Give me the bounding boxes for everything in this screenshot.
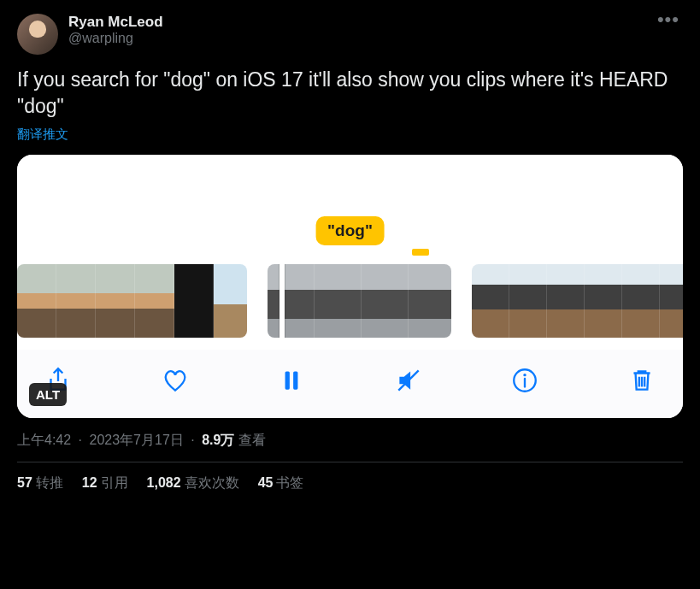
timeline-frame xyxy=(547,264,585,338)
stat-label: 书签 xyxy=(276,475,303,490)
timeline-frame xyxy=(96,264,135,338)
timeline-frame xyxy=(315,264,362,338)
timeline-frame xyxy=(135,264,174,338)
timeline-frame xyxy=(660,264,683,338)
quotes-stat[interactable]: 12引用 xyxy=(82,474,128,492)
like-button[interactable] xyxy=(158,363,192,398)
trash-icon xyxy=(627,366,656,395)
svg-point-4 xyxy=(524,374,526,376)
trash-button[interactable] xyxy=(625,363,659,398)
more-button[interactable]: ••• xyxy=(654,14,683,26)
timeline-frame xyxy=(214,264,247,338)
caption-chip: "dog" xyxy=(315,216,385,245)
views-count: 8.9万 xyxy=(202,433,234,447)
caption-marker xyxy=(412,249,429,256)
stat-value: 1,082 xyxy=(147,475,181,490)
tweet-header: Ryan McLeod @warpling ••• xyxy=(17,14,683,55)
timeline-frame xyxy=(56,264,96,338)
stat-value: 12 xyxy=(82,475,97,490)
timeline-frame xyxy=(472,264,509,338)
retweets-stat[interactable]: 57转推 xyxy=(17,474,63,492)
timeline-frame xyxy=(409,264,451,338)
display-name: Ryan McLeod xyxy=(68,14,644,31)
timeline-frame xyxy=(17,264,56,338)
alt-badge[interactable]: ALT xyxy=(29,383,67,406)
heart-icon xyxy=(161,366,190,395)
handle: @warpling xyxy=(68,31,644,46)
timeline-frame xyxy=(622,264,660,338)
stat-label: 喜欢次数 xyxy=(185,475,239,490)
playhead[interactable] xyxy=(279,264,285,338)
timestamp[interactable]: 上午4:42 xyxy=(17,433,71,447)
timeline-frame xyxy=(509,264,547,338)
timeline-frame xyxy=(174,264,214,338)
media-top-area: "dog" xyxy=(17,155,683,245)
video-timeline[interactable] xyxy=(17,245,683,350)
stat-label: 转推 xyxy=(36,475,63,490)
svg-rect-1 xyxy=(293,371,297,389)
bookmarks-stat[interactable]: 45书签 xyxy=(258,474,304,492)
author-names[interactable]: Ryan McLeod @warpling xyxy=(68,14,644,46)
separator: · xyxy=(79,433,82,447)
info-button[interactable] xyxy=(508,363,542,398)
mute-button[interactable] xyxy=(391,363,426,398)
svg-rect-0 xyxy=(285,371,290,389)
tweet-container: Ryan McLeod @warpling ••• If you search … xyxy=(0,0,700,506)
divider xyxy=(17,462,683,462)
stat-value: 57 xyxy=(17,475,32,490)
likes-stat[interactable]: 1,082喜欢次数 xyxy=(147,474,239,492)
timeline-frame xyxy=(268,264,315,338)
mute-icon xyxy=(394,366,423,395)
clip-group[interactable] xyxy=(268,264,451,338)
views-label: 查看 xyxy=(238,433,266,447)
media-toolbar xyxy=(17,350,683,418)
stat-value: 45 xyxy=(258,475,274,490)
media-card[interactable]: "dog" xyxy=(17,155,683,418)
stat-label: 引用 xyxy=(101,475,128,490)
tweet-text: If you search for "dog" on iOS 17 it'll … xyxy=(17,67,683,120)
meta-line: 上午4:42 · 2023年7月17日 · 8.9万 查看 xyxy=(17,432,683,450)
pause-icon xyxy=(277,366,306,395)
info-icon xyxy=(510,366,539,395)
timeline-frame xyxy=(585,264,622,338)
timeline-frame xyxy=(362,264,409,338)
pause-button[interactable] xyxy=(274,363,309,398)
clip-group[interactable] xyxy=(472,264,683,338)
clip-group[interactable] xyxy=(17,264,247,338)
stats-row: 57转推 12引用 1,082喜欢次数 45书签 xyxy=(17,474,683,492)
avatar[interactable] xyxy=(17,14,58,55)
separator: · xyxy=(191,433,194,447)
date[interactable]: 2023年7月17日 xyxy=(90,433,184,447)
translate-link[interactable]: 翻译推文 xyxy=(17,127,68,143)
